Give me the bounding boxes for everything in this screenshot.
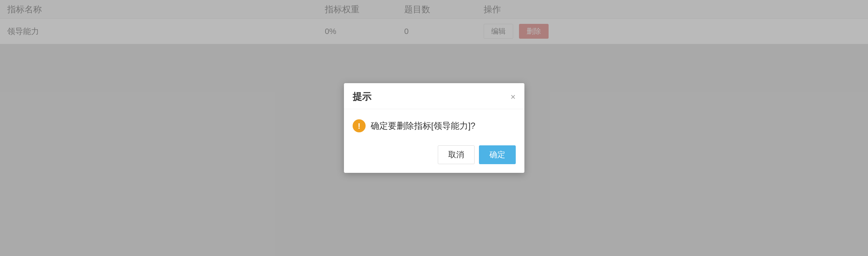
modal-overlay: 提示 × ! 确定要删除指标[领导能力]? 取消 确定 — [0, 0, 868, 256]
modal-body: ! 确定要删除指标[领导能力]? — [344, 109, 524, 141]
cancel-button[interactable]: 取消 — [438, 145, 475, 164]
modal-message: 确定要删除指标[领导能力]? — [371, 120, 476, 132]
modal-footer: 取消 确定 — [344, 141, 524, 173]
modal-title: 提示 — [353, 90, 371, 103]
modal-close-button[interactable]: × — [510, 93, 515, 101]
confirm-modal: 提示 × ! 确定要删除指标[领导能力]? 取消 确定 — [344, 83, 524, 173]
modal-header: 提示 × — [344, 83, 524, 109]
page-background: 指标名称 指标权重 题目数 操作 领导能力 0% 0 编辑 删除 提示 × — [0, 0, 868, 256]
svg-text:!: ! — [358, 121, 360, 131]
confirm-button[interactable]: 确定 — [479, 145, 516, 164]
warning-icon: ! — [353, 119, 366, 132]
